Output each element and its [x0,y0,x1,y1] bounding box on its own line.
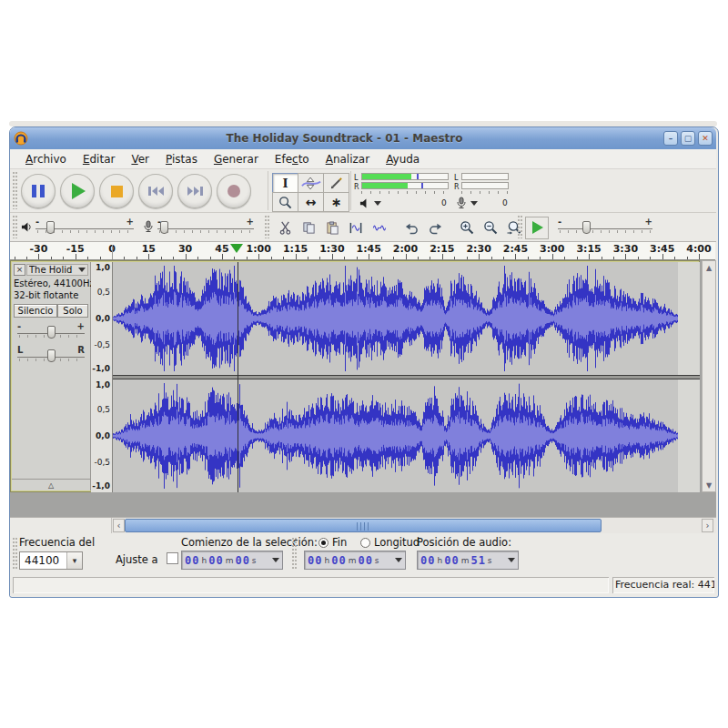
playback-meter-right[interactable] [361,182,449,189]
envelope-tool-button[interactable] [298,173,324,193]
scroll-up-icon[interactable]: ▲ [703,261,715,274]
record-meter-menu-icon[interactable] [470,201,478,206]
play-at-speed-button[interactable] [525,217,549,239]
undo-button[interactable] [400,217,422,238]
time-unit: h [324,556,329,565]
selection-tool-button[interactable]: I [272,173,298,193]
snap-to-checkbox[interactable] [167,552,178,564]
scroll-left-button[interactable]: ‹ [113,519,125,532]
title-bar[interactable]: The Holiday Soundtrack - 01 - Maestro – … [10,127,716,149]
playback-speed-slider[interactable]: -+ [558,217,652,236]
meter-toolbar: L R L R 0 [354,171,511,211]
menu-pistas[interactable]: Pistas [157,151,206,167]
zoom-in-button[interactable] [456,217,478,238]
vertical-scrollbar[interactable]: ▲ ▼ [702,260,716,492]
gain-slider[interactable]: -+ [17,322,85,340]
time-field-menu-icon[interactable] [395,558,402,562]
timeshift-tool-button[interactable]: ↔ [298,192,324,212]
silence-selection-button[interactable] [369,217,390,238]
playhead-indicator[interactable] [230,244,243,253]
minimize-button[interactable]: – [663,131,678,146]
length-radio[interactable] [360,538,370,548]
menu-ayuda[interactable]: Ayuda [378,151,428,167]
vertical-ruler[interactable]: 1,00,50,0-0,5-1,01,00,50,0-0,5-1,0 [91,262,113,492]
output-volume-thumb[interactable] [46,221,55,234]
menu-ver[interactable]: Ver [123,151,157,167]
microphone-icon[interactable] [456,197,467,209]
edit-toolbar-grabber[interactable] [265,216,269,238]
length-radio-label[interactable]: Longitud [374,536,420,549]
redo-button[interactable] [424,217,446,238]
time-field-menu-icon[interactable] [272,558,279,562]
end-radio-label[interactable]: Fin [332,536,347,549]
zoom-out-button[interactable] [480,217,501,238]
scroll-right-button[interactable]: › [702,519,713,532]
multi-tool-button[interactable]: ∗ [323,192,349,212]
menu-bar: ArchivoEditarVerPistasGenerarEfectoAnali… [10,149,716,169]
copy-button[interactable] [298,217,319,238]
audio-position-field[interactable]: 00h00m51s [417,551,519,570]
playback-level-left [362,174,411,179]
menu-generar[interactable]: Generar [206,151,267,167]
ruler-label: 3:15 [576,243,601,255]
scroll-down-icon[interactable]: ▼ [703,479,715,491]
waveform-display[interactable] [113,262,700,492]
selection-start-field[interactable]: 00h00m00s [181,551,283,570]
record-meter-right[interactable] [461,182,509,189]
pause-button[interactable] [21,174,56,208]
selection-end-field[interactable]: 00h00m00s [304,551,406,570]
menu-archivo[interactable]: Archivo [17,151,75,167]
vruler-value: 0,0 [96,431,110,440]
record-meter-left[interactable] [461,173,509,180]
solo-button[interactable]: Solo [57,304,88,318]
gain-thumb[interactable] [47,326,56,339]
input-volume-slider[interactable]: -+ [157,217,254,236]
track-collapse-button[interactable]: △ [12,479,90,490]
playback-meter-left[interactable] [361,173,449,180]
selection-start-label: Comienzo de la selección: [181,536,318,549]
record-button[interactable] [217,174,251,208]
pan-thumb[interactable] [47,349,56,362]
draw-tool-button[interactable] [323,173,349,193]
ruler-tick [15,257,15,259]
menu-editar[interactable]: Editar [75,151,124,167]
input-volume-thumb[interactable] [160,221,168,234]
play-button[interactable] [60,174,95,208]
close-button[interactable]: ✕ [698,131,713,146]
playback-meter-menu-icon[interactable] [374,201,381,206]
ruler-tick [210,257,211,259]
paste-button[interactable] [321,217,343,238]
combo-arrow-icon[interactable]: ▾ [66,552,82,569]
selection-toolbar-grabber[interactable] [13,538,17,570]
output-volume-slider[interactable]: -+ [35,217,134,236]
menu-analizar[interactable]: Analizar [318,151,378,167]
empty-track-space [10,492,716,517]
transcription-toolbar-grabber[interactable] [518,216,522,238]
toolbar-row-2: -+ -+ -+ [10,213,716,242]
stop-button[interactable] [99,174,134,208]
end-radio[interactable] [318,538,329,548]
scrollbar-thumb[interactable] [125,519,602,532]
project-rate-combo[interactable]: 44100 ▾ [19,551,83,570]
track-title-menu[interactable]: The Holid [26,264,88,276]
rewind-button[interactable] [138,174,173,208]
timeline-ruler[interactable]: -30-1501530451:001:151:301:452:002:152:3… [10,242,715,260]
track-close-button[interactable]: × [14,264,25,276]
time-field-menu-icon[interactable] [508,558,515,562]
pan-slider[interactable]: LR [17,346,85,364]
menu-efecto[interactable]: Efecto [267,151,318,167]
trim-outside-selection-button[interactable] [345,217,367,238]
transport-toolbar-grabber[interactable] [13,172,17,209]
speed-thumb[interactable] [582,221,591,234]
ruler-tick [381,257,382,259]
pause-icon [32,185,45,197]
mute-button[interactable]: Silencio [14,304,57,318]
zoom-tool-button[interactable] [272,192,298,212]
mixer-toolbar-grabber[interactable] [13,216,17,238]
speaker-icon[interactable] [359,197,371,209]
horizontal-scrollbar[interactable]: ‹ › [10,517,716,533]
ruler-label: 1:30 [319,243,344,255]
forward-button[interactable] [177,174,212,208]
maximize-button[interactable]: ▢ [681,131,695,146]
cut-button[interactable] [274,217,296,238]
